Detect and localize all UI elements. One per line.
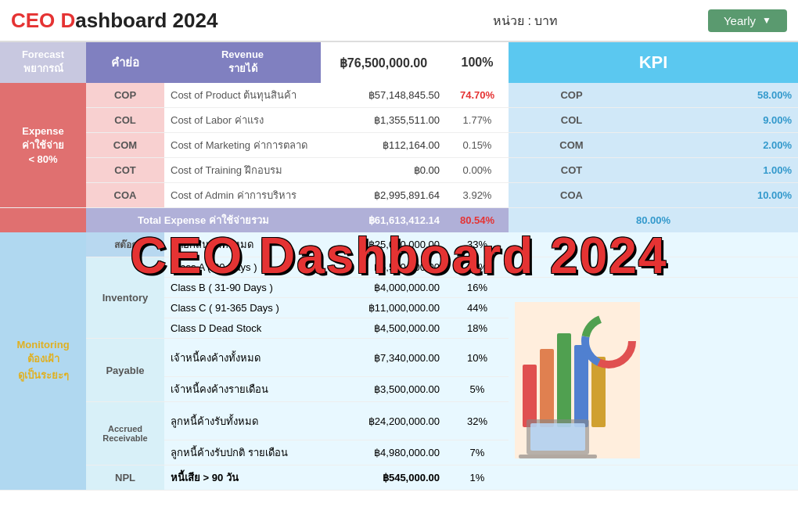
inv-class-a: Class A ( 30 Days ) — [164, 257, 321, 278]
total-expense-kpi: 80.00% — [509, 208, 798, 233]
npl-row: NPL หนี้เสีย > 90 วัน ฿545,000.00 1% — [0, 466, 798, 491]
code-cop: COP — [86, 83, 164, 108]
th-total-amount: ฿76,500,000.00 — [321, 42, 446, 83]
inv-class-b: Class B ( 31-90 Days ) — [164, 278, 321, 298]
svg-rect-11 — [519, 455, 597, 458]
col-header-row: Forecast พยากรณ์ คำย่อ Revenue รายได้ ฿7… — [0, 42, 798, 83]
yearly-dropdown[interactable]: Yearly ▼ — [708, 9, 787, 32]
kpi-code-coa: COA — [509, 183, 634, 208]
inv-amount-a: ฿5,500,000.00 — [321, 257, 446, 278]
accrued-amount-0: ฿24,200,000.00 — [321, 402, 446, 440]
main-table: Forecast พยากรณ์ คำย่อ Revenue รายได้ ฿7… — [0, 42, 798, 491]
inv-pct-d: 18% — [446, 318, 509, 339]
stock-amount: ฿25,000,000.00 — [321, 232, 446, 257]
payable-amount-1: ฿3,500,000.00 — [321, 377, 446, 402]
total-expense-amount: ฿61,613,412.14 — [321, 208, 446, 233]
pct-col: 1.77% — [446, 108, 509, 133]
desc-col: Cost of Labor ค่าแรง — [164, 108, 321, 133]
code-coa: COA — [86, 183, 164, 208]
accrued-desc-0: ลูกหนี้ค้างรับทั้งหมด — [164, 402, 321, 440]
desc-cot: Cost of Training ฝึกอบรม — [164, 158, 321, 183]
kpi-val-cop: 58.00% — [634, 83, 798, 108]
amount-cop: ฿57,148,845.50 — [321, 83, 446, 108]
inv-amount-d: ฿4,500,000.00 — [321, 318, 446, 339]
th-forecast: Forecast พยากรณ์ — [0, 42, 86, 83]
payable-label: Payable — [86, 339, 164, 402]
stock-desc: สต๊อกสินค้าทั้งหมด — [164, 232, 321, 257]
total-expense-label: Total Expense ค่าใช้จ่ายรวม — [86, 208, 321, 233]
expense-row-com: COM Cost of Marketing ค่าการตลาด ฿112,16… — [0, 133, 798, 158]
accrued-pct-0: 32% — [446, 402, 509, 440]
payable-desc-1: เจ้าหนี้คงค้างรายเดือน — [164, 377, 321, 402]
kpi-val-coa: 10.00% — [634, 183, 798, 208]
header-title: CEO Dashboard 2024 — [11, 9, 217, 33]
total-expense-left — [0, 208, 86, 233]
kpi-val-col: 9.00% — [634, 108, 798, 133]
amount-coa: ฿2,995,891.64 — [321, 183, 446, 208]
inv-pct-a: 22% — [446, 257, 509, 278]
npl-amount: ฿545,000.00 — [321, 466, 446, 491]
header-unit: หน่วย : บาท — [343, 11, 708, 31]
expense-row-col: COL Cost of Labor ค่าแรง ฿1,355,511.00 1… — [0, 108, 798, 133]
svg-rect-3 — [557, 333, 571, 427]
expense-row-cot: COT Cost of Training ฝึกอบรม ฿0.00 0.00%… — [0, 158, 798, 183]
expense-row-coa: COA Cost of Admin ค่าการบริหาร ฿2,995,89… — [0, 183, 798, 208]
inventory-row-0: Inventory Class A ( 30 Days ) ฿5,500,000… — [0, 257, 798, 278]
payable-pct-1: 5% — [446, 377, 509, 402]
title-ceo: CEO — [11, 9, 55, 32]
code-com: COM — [86, 133, 164, 158]
kpi-val-cot: 1.00% — [634, 158, 798, 183]
monitoring-label: Monitoring ต้องเฝ้า ดูเป็นระยะๆ — [0, 232, 86, 491]
accrued-amount-1: ฿4,980,000.00 — [321, 440, 446, 466]
title-d: D — [61, 9, 76, 32]
inv-pct-c: 44% — [446, 298, 509, 318]
svg-rect-1 — [523, 365, 537, 427]
total-expense-row: Total Expense ค่าใช้จ่ายรวม ฿61,613,412.… — [0, 208, 798, 233]
npl-desc: หนี้เสีย > 90 วัน — [164, 466, 321, 491]
inv-class-d: Class D Dead Stock — [164, 318, 321, 339]
kpi-code-cop: COP — [509, 83, 634, 108]
amount-com: ฿112,164.00 — [321, 133, 446, 158]
npl-label: NPL — [86, 466, 164, 491]
desc-coa: Cost of Admin ค่าการบริหาร — [164, 183, 321, 208]
accrued-desc-1: ลูกหนี้ค้างรับปกติ รายเดือน — [164, 440, 321, 466]
pct-cop: 74.70% — [446, 83, 509, 108]
th-total-pct: 100% — [446, 42, 509, 83]
pct-cot: 0.00% — [446, 158, 509, 183]
kpi-code-col: COL — [509, 108, 634, 133]
inv-pct-b: 16% — [446, 278, 509, 298]
inventory-label: Inventory — [86, 257, 164, 339]
total-expense-pct: 80.54% — [446, 208, 509, 233]
th-kayor: คำย่อ — [86, 42, 164, 83]
npl-pct: 1% — [446, 466, 509, 491]
expense-label: Expense ค่าใช้จ่าย < 80% — [0, 83, 86, 208]
chart-image — [515, 302, 640, 458]
svg-rect-4 — [574, 345, 588, 427]
pct-com: 0.15% — [446, 133, 509, 158]
payable-pct-0: 10% — [446, 339, 509, 377]
amount-col: ฿1,355,511.00 — [321, 108, 446, 133]
kpi-code-cot: COT — [509, 158, 634, 183]
desc-cop: Cost of Product ต้นทุนสินค้า — [164, 83, 321, 108]
payable-desc-0: เจ้าหนี้คงค้างทั้งหมด — [164, 339, 321, 377]
svg-rect-2 — [540, 349, 554, 427]
inv-class-c: Class C ( 91-365 Days ) — [164, 298, 321, 318]
inv-amount-c: ฿11,000,000.00 — [321, 298, 446, 318]
title-rest: ashboard 2024 — [75, 9, 217, 32]
accrued-pct-1: 7% — [446, 440, 509, 466]
chevron-down-icon: ▼ — [762, 15, 771, 26]
desc-com: Cost of Marketing ค่าการตลาด — [164, 133, 321, 158]
stock-label: สต๊อก — [86, 232, 164, 257]
pct-coa: 3.92% — [446, 183, 509, 208]
accrued-label: AccruedReceivable — [86, 402, 164, 466]
header: CEO Dashboard 2024 หน่วย : บาท Yearly ▼ — [0, 0, 798, 42]
payable-amount-0: ฿7,340,000.00 — [321, 339, 446, 377]
svg-rect-10 — [530, 423, 585, 451]
stock-pct: 33% — [446, 232, 509, 257]
th-revenue: Revenue รายได้ — [164, 42, 321, 83]
dropdown-label: Yearly — [724, 14, 756, 27]
kpi-val-com: 2.00% — [634, 133, 798, 158]
expense-row-cop: Expense ค่าใช้จ่าย < 80% COP Cost of Pro… — [0, 83, 798, 108]
code-cot: COT — [86, 158, 164, 183]
th-kpi: KPI — [509, 42, 798, 83]
